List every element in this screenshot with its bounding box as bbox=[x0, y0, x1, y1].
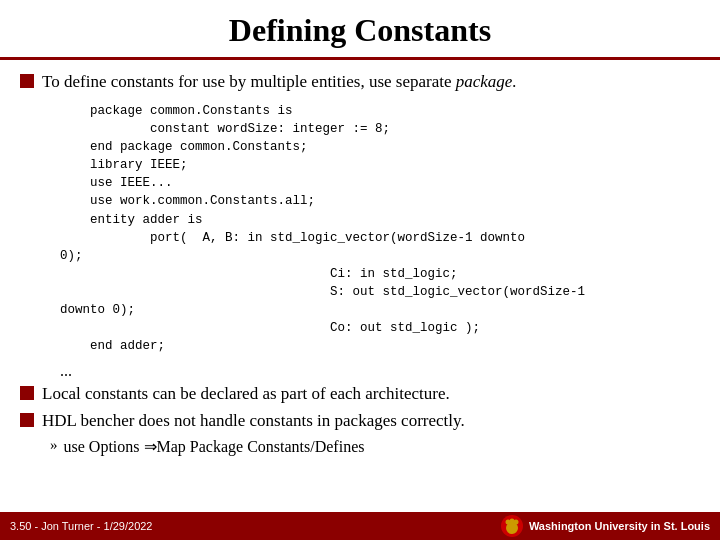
bullet-point-1: To define constants for use by multiple … bbox=[20, 70, 700, 94]
code-line-10: Ci: in std_logic; bbox=[60, 265, 700, 283]
footer-left-text: 3.50 - Jon Turner - 1/29/2022 bbox=[10, 520, 152, 532]
slide-title: Defining Constants bbox=[229, 12, 491, 48]
bullet-text-2: Local constants can be declared as part … bbox=[42, 382, 450, 406]
code-line-1: package common.Constants is bbox=[60, 102, 700, 120]
code-line-8: port( A, B: in std_logic_vector(wordSize… bbox=[60, 229, 700, 247]
bullet-text-1: To define constants for use by multiple … bbox=[42, 70, 517, 94]
sub-bullet-1: » use Options ⇒Map Package Constants/Def… bbox=[50, 437, 700, 456]
bullet-point-2: Local constants can be declared as part … bbox=[20, 382, 700, 406]
title-bar: Defining Constants bbox=[0, 0, 720, 60]
slide-container: Defining Constants To define constants f… bbox=[0, 0, 720, 540]
code-line-4: library IEEE; bbox=[60, 156, 700, 174]
svg-point-3 bbox=[513, 520, 518, 525]
bullet-point-3: HDL bencher does not handle constants in… bbox=[20, 409, 700, 433]
arrow-icon: » bbox=[50, 437, 58, 454]
bear-paw-svg bbox=[503, 517, 521, 535]
code-line-7: entity adder is bbox=[60, 211, 700, 229]
code-line-5: use IEEE... bbox=[60, 174, 700, 192]
bullet-square-icon bbox=[20, 74, 34, 88]
code-line-12: downto 0); bbox=[60, 301, 700, 319]
footer-bar: 3.50 - Jon Turner - 1/29/2022 Washington… bbox=[0, 512, 720, 540]
code-line-6: use work.common.Constants.all; bbox=[60, 192, 700, 210]
code-line-11: S: out std_logic_vector(wordSize-1 bbox=[60, 283, 700, 301]
bullet-square-icon-3 bbox=[20, 413, 34, 427]
footer-logo: Washington University in St. Louis bbox=[501, 515, 710, 537]
content-area: To define constants for use by multiple … bbox=[0, 60, 720, 512]
bullet-text-3: HDL bencher does not handle constants in… bbox=[42, 409, 465, 433]
code-line-14: end adder; bbox=[60, 337, 700, 355]
sub-bullet-text-1: use Options ⇒Map Package Constants/Defin… bbox=[64, 437, 365, 456]
code-line-13: Co: out std_logic ); bbox=[60, 319, 700, 337]
code-line-3: end package common.Constants; bbox=[60, 138, 700, 156]
code-block: package common.Constants is constant wor… bbox=[60, 102, 700, 356]
bullet-square-icon-2 bbox=[20, 386, 34, 400]
university-logo-icon bbox=[501, 515, 523, 537]
ellipsis: ... bbox=[60, 362, 700, 380]
code-line-2: constant wordSize: integer := 8; bbox=[60, 120, 700, 138]
code-line-9: 0); bbox=[60, 247, 700, 265]
university-name: Washington University in St. Louis bbox=[529, 520, 710, 532]
